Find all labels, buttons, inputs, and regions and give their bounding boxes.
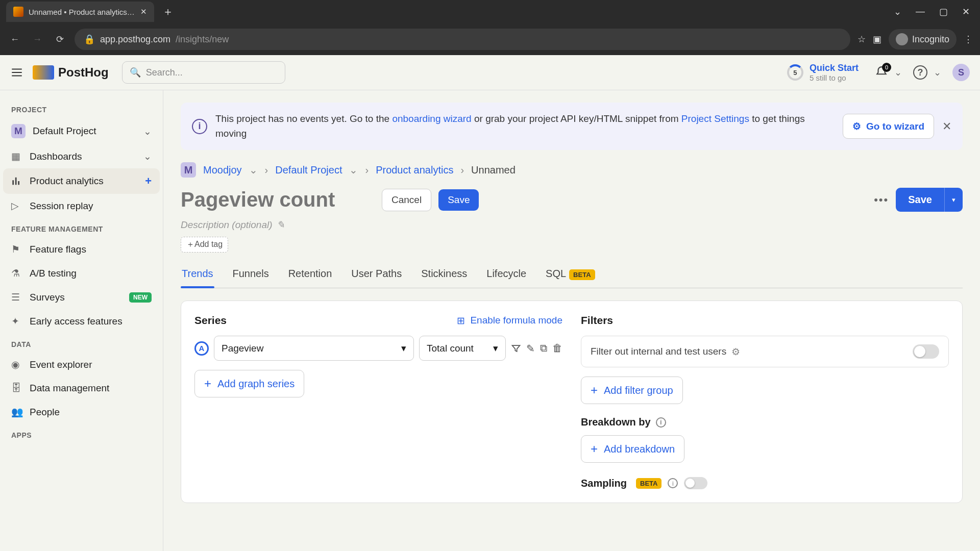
survey-icon: ☰ [11,291,22,303]
plus-icon: + [591,442,598,456]
close-tab-icon[interactable]: ✕ [140,7,147,16]
url-host: app.posthog.com [100,34,170,45]
bookmark-icon[interactable]: ☆ [857,34,866,45]
notifications-chevron-icon[interactable]: ⌄ [894,67,902,78]
sidebar-project-selector[interactable]: M Default Project ⌄ [3,118,160,144]
back-button[interactable]: ← [7,32,22,47]
chevron-down-icon: ⌄ [143,151,152,162]
description-field[interactable]: Description (optional) ✎ [181,219,963,231]
sidebar-item-early-access[interactable]: ✦ Early access features [3,309,160,333]
series-badge: A [194,341,209,356]
more-options-icon[interactable]: ••• [874,193,889,207]
tab-stickiness[interactable]: Stickiness [420,263,468,288]
add-tag-button[interactable]: ＋Add tag [181,237,228,253]
sidebar-item-people[interactable]: 👥 People [3,400,160,424]
url-path: /insights/new [176,34,229,45]
add-insight-icon[interactable]: + [145,174,152,188]
sidebar-item-ab-testing[interactable]: ⚗ A/B testing [3,261,160,285]
notification-count: 0 [882,63,891,72]
event-selector[interactable]: Pageview ▾ [214,336,414,361]
save-dropdown-button[interactable]: ▾ [944,188,963,212]
section-data: DATA [3,333,160,353]
new-tab-button[interactable]: ＋ [162,4,174,19]
incognito-badge[interactable]: Incognito [889,29,957,49]
browser-tab[interactable]: Unnamed • Product analytics • P ✕ [6,2,154,22]
gear-icon[interactable]: ⚙ [731,346,740,358]
onboarding-wizard-link[interactable]: onboarding wizard [392,113,471,124]
plus-icon: + [591,383,598,397]
save-title-button[interactable]: Save [438,189,479,211]
sampling-toggle[interactable] [684,477,707,489]
sidebar-item-product-analytics[interactable]: Product analytics + [3,168,160,194]
cancel-title-button[interactable]: Cancel [382,189,431,211]
go-to-wizard-button[interactable]: ⚙ Go to wizard [843,114,934,139]
delete-series-icon[interactable]: 🗑 [552,342,562,354]
tab-funnels[interactable]: Funnels [232,263,270,288]
tab-title: Unnamed • Product analytics • P [29,8,135,16]
info-icon[interactable]: i [668,478,678,488]
sidebar-item-surveys[interactable]: ☰ Surveys NEW [3,285,160,309]
sidebar-item-dashboards[interactable]: ▦ Dashboards ⌄ [3,144,160,168]
address-bar[interactable]: 🔒 app.posthog.com/insights/new [75,29,850,50]
add-filter-group-button[interactable]: + Add filter group [581,377,683,404]
insight-title-input[interactable] [181,188,375,211]
sparkle-icon: ✦ [11,315,22,327]
close-alert-icon[interactable]: ✕ [942,120,951,133]
save-insight-button[interactable]: Save [896,188,944,212]
help-button[interactable]: ? [913,65,927,80]
analytics-icon [11,176,22,187]
notifications-button[interactable]: 0 [875,66,888,79]
maximize-icon[interactable]: ▢ [939,6,948,17]
edit-series-icon[interactable]: ✎ [526,342,535,355]
breadcrumb-section[interactable]: Product analytics [376,164,453,176]
reload-button[interactable]: ⟳ [52,32,67,47]
breadcrumb: M Moodjoy ⌄ › Default Project ⌄ › Produc… [181,162,963,178]
minimize-icon[interactable]: — [916,6,925,17]
close-window-icon[interactable]: ✕ [962,6,970,17]
info-icon[interactable]: i [656,417,666,428]
sidebar-item-event-explorer[interactable]: ◉ Event explorer [3,353,160,377]
section-apps: APPS [3,424,160,443]
hamburger-menu-icon[interactable] [10,66,24,79]
sidebar-item-feature-flags[interactable]: ⚑ Feature flags [3,237,160,261]
sidebar: PROJECT M Default Project ⌄ ▦ Dashboards… [0,90,163,551]
formula-mode-button[interactable]: ⊞ Enable formula mode [457,315,562,327]
user-avatar[interactable]: S [952,64,970,81]
aggregation-selector[interactable]: Total count ▾ [419,336,506,361]
tab-sql[interactable]: SQLBETA [545,263,596,288]
chevron-down-icon[interactable]: ⌄ [894,6,901,17]
breakdown-heading: Breakdown by [581,416,651,428]
replay-icon: ▷ [11,200,22,212]
filter-internal-label: Filter out internal and test users [591,346,726,357]
sidebar-item-session-replay[interactable]: ▷ Session replay [3,194,160,218]
incognito-icon [896,33,908,45]
help-chevron-icon[interactable]: ⌄ [934,67,941,78]
sidebar-item-data-management[interactable]: 🗄 Data management [3,377,160,400]
internal-users-toggle[interactable] [913,344,939,359]
quick-start-link[interactable]: Quick Start 5 still to go [810,63,859,82]
quick-start-progress[interactable]: 5 [787,64,803,81]
tab-lifecycle[interactable]: Lifecycle [485,263,527,288]
project-badge-icon: M [11,124,26,138]
breadcrumb-org[interactable]: Moodjoy [203,164,242,176]
tab-retention[interactable]: Retention [287,263,333,288]
search-input[interactable]: 🔍 Search... [122,61,285,84]
chevron-down-icon[interactable]: ⌄ [249,164,258,176]
copy-series-icon[interactable]: ⧉ [540,342,547,354]
tab-trends[interactable]: Trends [181,263,214,288]
breadcrumb-project[interactable]: Default Project [275,164,342,176]
breadcrumb-current: Unnamed [471,164,516,176]
info-icon: i [192,119,207,134]
posthog-logo[interactable]: PostHog [33,65,109,80]
project-settings-link[interactable]: Project Settings [681,113,749,124]
chevron-down-icon: ▾ [401,342,406,354]
chevron-down-icon: ▾ [493,342,498,354]
add-breakdown-button[interactable]: + Add breakdown [581,435,684,463]
chevron-down-icon[interactable]: ⌄ [349,164,358,176]
add-series-button[interactable]: + Add graph series [194,370,304,397]
logo-mark-icon [33,65,54,80]
tab-user-paths[interactable]: User Paths [350,263,403,288]
extensions-icon[interactable]: ▣ [873,34,881,45]
filter-icon[interactable] [511,343,521,354]
browser-menu-icon[interactable]: ⋮ [964,34,973,45]
